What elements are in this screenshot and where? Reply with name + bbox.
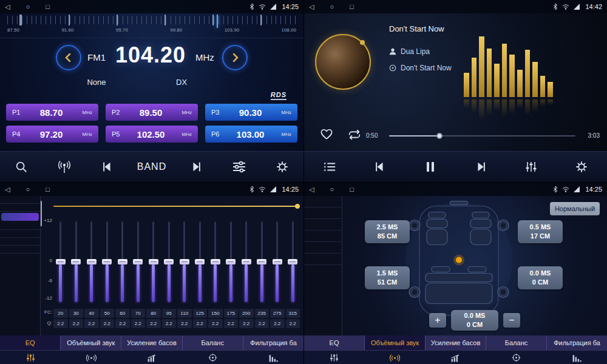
slider-handle[interactable] xyxy=(71,259,81,265)
eq-preset-item[interactable] xyxy=(0,246,40,254)
back-icon[interactable]: ◁ xyxy=(5,0,10,13)
eq-band-slider[interactable] xyxy=(84,213,99,307)
tab-bass-boost[interactable]: Усиление басов xyxy=(426,335,486,350)
tab-surround[interactable]: Объёмный звук xyxy=(365,335,426,350)
eq-band-slider[interactable] xyxy=(100,213,115,307)
balance-tab-icon[interactable] xyxy=(182,351,243,364)
slider-handle[interactable] xyxy=(133,259,143,265)
progress-bar[interactable] xyxy=(389,135,575,136)
slider-handle[interactable] xyxy=(195,259,205,265)
eq-band-slider[interactable] xyxy=(162,213,177,307)
eq-master-slider[interactable] xyxy=(53,206,299,207)
slider-handle[interactable] xyxy=(273,259,282,265)
eq-preset-item[interactable] xyxy=(1,213,39,221)
tab-balance[interactable]: Баланс xyxy=(183,335,243,350)
bass-boost-tab-icon[interactable] xyxy=(426,351,486,364)
eq-band-slider[interactable] xyxy=(224,213,239,307)
surround-tab-icon[interactable] xyxy=(61,351,121,364)
settings-button[interactable] xyxy=(568,155,595,179)
tab-balance[interactable]: Баланс xyxy=(486,335,547,350)
slider-handle[interactable] xyxy=(257,259,266,265)
radio-preset-button[interactable]: P5 102.50 MHz xyxy=(106,126,198,143)
recents-icon[interactable]: □ xyxy=(46,0,50,13)
listening-mode-item[interactable] xyxy=(304,231,342,242)
tab-eq[interactable]: EQ xyxy=(0,335,61,350)
slider-handle[interactable] xyxy=(226,259,236,265)
slider-handle[interactable] xyxy=(164,259,174,265)
eq-tab-icon[interactable] xyxy=(304,351,365,364)
tab-eq[interactable]: EQ xyxy=(304,335,365,350)
repeat-button[interactable] xyxy=(348,129,361,143)
tab-filter[interactable]: Фильтрация ба xyxy=(547,335,607,350)
band-button[interactable]: BAND xyxy=(137,155,166,179)
delay-decrease-button[interactable]: − xyxy=(503,313,520,328)
previous-track-button[interactable] xyxy=(367,155,393,179)
progress-knob[interactable] xyxy=(436,133,443,139)
balance-tab-icon[interactable] xyxy=(486,351,546,364)
previous-station-button[interactable] xyxy=(94,155,121,179)
next-track-button[interactable] xyxy=(467,155,494,179)
eq-preset-item[interactable] xyxy=(0,230,40,238)
settings-button[interactable] xyxy=(269,155,296,179)
eq-band-slider[interactable] xyxy=(146,213,161,307)
eq-preset-item[interactable] xyxy=(0,238,40,246)
bass-boost-tab-icon[interactable] xyxy=(121,351,182,364)
filter-tab-icon[interactable] xyxy=(243,351,304,364)
eq-preset-item[interactable] xyxy=(0,204,40,212)
audio-settings-button[interactable] xyxy=(226,155,253,179)
tab-surround[interactable]: Объёмный звук xyxy=(61,335,121,350)
eq-band-slider[interactable] xyxy=(115,213,130,307)
slider-handle[interactable] xyxy=(118,259,127,265)
radio-preset-button[interactable]: P6 103.00 MHz xyxy=(205,126,297,143)
slider-handle[interactable] xyxy=(87,259,97,265)
home-icon[interactable]: ○ xyxy=(330,183,334,196)
seek-up-button[interactable] xyxy=(222,45,248,70)
eq-preset-item[interactable] xyxy=(0,196,40,204)
eq-band-slider[interactable] xyxy=(208,213,223,307)
equalizer-button[interactable] xyxy=(518,155,544,179)
recents-icon[interactable]: □ xyxy=(350,0,354,13)
radio-preset-button[interactable]: P1 88.70 MHz xyxy=(6,104,98,121)
dx-mode-label[interactable]: DX xyxy=(176,78,187,87)
eq-preset-item[interactable] xyxy=(0,222,40,230)
back-icon[interactable]: ◁ xyxy=(309,0,314,13)
listening-mode-item[interactable] xyxy=(304,219,342,231)
recents-icon[interactable]: □ xyxy=(350,183,354,196)
eq-band-slider[interactable] xyxy=(255,213,270,307)
delay-increase-button[interactable]: + xyxy=(429,313,446,328)
listening-mode-item[interactable] xyxy=(304,196,342,207)
front-right-delay[interactable]: 0.5 MS 17 CM xyxy=(518,220,563,243)
slider-handle[interactable] xyxy=(102,259,112,265)
back-icon[interactable]: ◁ xyxy=(309,183,314,196)
eq-band-slider[interactable] xyxy=(53,213,68,307)
slider-handle[interactable] xyxy=(149,259,158,265)
slider-handle[interactable] xyxy=(56,259,66,265)
slider-handle[interactable] xyxy=(180,259,189,265)
slider-handle[interactable] xyxy=(211,259,220,265)
next-station-button[interactable] xyxy=(183,155,209,179)
slider-handle[interactable] xyxy=(242,259,251,265)
playlist-button[interactable] xyxy=(316,155,343,179)
home-icon[interactable]: ○ xyxy=(25,0,30,13)
frequency-ruler[interactable]: 87.5091.6095.7099.80103.90108.00 xyxy=(0,13,304,38)
favorite-button[interactable] xyxy=(320,128,333,143)
filter-tab-icon[interactable] xyxy=(546,351,607,364)
eq-band-slider[interactable] xyxy=(193,213,208,307)
eq-band-slider[interactable] xyxy=(270,213,285,307)
eq-band-slider[interactable] xyxy=(286,213,300,307)
eq-band-slider[interactable] xyxy=(69,213,84,307)
radio-preset-button[interactable]: P2 89.50 MHz xyxy=(106,104,198,121)
eq-band-slider[interactable] xyxy=(131,213,146,307)
slider-handle[interactable] xyxy=(288,259,297,265)
eq-tab-icon[interactable] xyxy=(0,351,61,364)
broadcast-button[interactable] xyxy=(51,155,78,179)
home-icon[interactable]: ○ xyxy=(25,183,30,196)
surround-preset-button[interactable]: Нормальный xyxy=(550,202,600,215)
eq-band-slider[interactable] xyxy=(177,213,192,307)
pause-button[interactable] xyxy=(417,155,444,179)
radio-preset-button[interactable]: P4 97.20 MHz xyxy=(6,126,98,143)
recents-icon[interactable]: □ xyxy=(46,183,50,196)
rear-left-delay[interactable]: 1.5 MS 51 CM xyxy=(365,266,410,289)
surround-tab-icon[interactable] xyxy=(365,351,426,364)
radio-preset-button[interactable]: P3 90.30 MHz xyxy=(205,104,297,121)
